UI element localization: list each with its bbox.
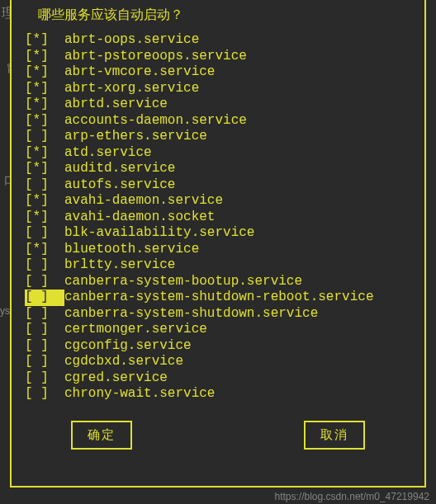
button-row: 确定 取消 — [71, 421, 365, 450]
list-item[interactable]: [*] accounts-daemon.service — [25, 113, 415, 130]
service-name: accounts-daemon.service — [64, 113, 247, 130]
dialog-title: 哪些服务应该自动启动？ — [38, 7, 415, 24]
checkbox-unchecked-icon[interactable]: [ ] — [25, 370, 49, 387]
checkbox-checked-icon[interactable]: [*] — [25, 210, 49, 226]
list-item[interactable]: [*] abrt-vmcore.service — [25, 64, 415, 81]
service-name: auditd.service — [64, 161, 175, 177]
checkbox-checked-icon[interactable]: [*] — [25, 193, 49, 210]
service-name: abrt-vmcore.service — [64, 64, 215, 81]
list-item[interactable]: [ ] certmonger.service — [25, 322, 415, 338]
cancel-button[interactable]: 取消 — [304, 421, 365, 450]
service-dialog: 哪些服务应该自动启动？ [*] abrt-oops.service[*] abr… — [10, 0, 426, 488]
list-item[interactable]: [*] abrt-oops.service — [25, 32, 415, 49]
list-item[interactable]: [*] atd.service — [25, 145, 415, 162]
watermark: https://blog.csdn.net/m0_47219942 — [275, 491, 429, 502]
list-item[interactable]: [*] bluetooth.service — [25, 242, 415, 258]
list-item[interactable]: [ ] brltty.service — [25, 257, 415, 274]
checkbox-checked-icon[interactable]: [*] — [25, 145, 49, 162]
service-name: autofs.service — [64, 177, 175, 194]
list-item[interactable]: [*] abrt-xorg.service — [25, 81, 415, 97]
checkbox-unchecked-icon[interactable]: [ ] — [25, 274, 49, 290]
checkbox-unchecked-icon[interactable]: [ ] — [25, 129, 49, 145]
service-name: certmonger.service — [64, 322, 207, 338]
service-name: abrt-oops.service — [64, 32, 199, 49]
checkbox-unchecked-icon[interactable]: [ ] — [25, 306, 49, 323]
ok-button[interactable]: 确定 — [71, 421, 132, 450]
checkbox-unchecked-icon[interactable]: [ ] — [25, 290, 49, 304]
service-name: arp-ethers.service — [64, 129, 207, 145]
service-name: atd.service — [64, 145, 152, 162]
checkbox-checked-icon[interactable]: [*] — [25, 32, 49, 49]
checkbox-unchecked-icon[interactable]: [ ] — [25, 225, 49, 242]
background-text: ys — [0, 305, 10, 317]
checkbox-unchecked-icon[interactable]: [ ] — [25, 257, 49, 274]
service-name: bluetooth.service — [64, 242, 199, 258]
list-item[interactable]: [ ] chrony-wait.service — [25, 386, 415, 403]
list-item[interactable]: [ ] arp-ethers.service — [25, 129, 415, 145]
checkbox-checked-icon[interactable]: [*] — [25, 161, 49, 177]
service-name: avahi-daemon.socket — [64, 210, 215, 226]
service-name: avahi-daemon.service — [64, 193, 223, 210]
list-item[interactable]: [*] avahi-daemon.socket — [25, 210, 415, 226]
service-name: abrt-pstoreoops.service — [64, 49, 247, 65]
checkbox-checked-icon[interactable]: [*] — [25, 113, 49, 130]
service-name: cgdcbxd.service — [64, 354, 183, 370]
list-item[interactable]: [ ] canberra-system-shutdown-reboot.serv… — [25, 290, 415, 306]
service-name: blk-availability.service — [64, 225, 254, 242]
list-item[interactable]: [*] abrtd.service — [25, 97, 415, 113]
service-name: canberra-system-bootup.service — [64, 274, 302, 290]
list-item[interactable]: [ ] canberra-system-bootup.service — [25, 274, 415, 290]
checkbox-checked-icon[interactable]: [*] — [25, 64, 49, 81]
service-list[interactable]: [*] abrt-oops.service[*] abrt-pstoreoops… — [25, 32, 415, 403]
list-item[interactable]: [ ] cgconfig.service — [25, 338, 415, 355]
service-name: cgred.service — [64, 370, 168, 387]
checkbox-unchecked-icon[interactable]: [ ] — [25, 177, 49, 194]
list-item[interactable]: [ ] cgred.service — [25, 370, 415, 387]
service-name: brltty.service — [64, 257, 175, 274]
service-name: canberra-system-shutdown.service — [64, 306, 318, 323]
service-name: chrony-wait.service — [64, 386, 215, 403]
list-item[interactable]: [*] abrt-pstoreoops.service — [25, 49, 415, 65]
service-name: abrtd.service — [64, 97, 168, 113]
checkbox-checked-icon[interactable]: [*] — [25, 242, 49, 258]
checkbox-unchecked-icon[interactable]: [ ] — [25, 322, 49, 338]
checkbox-unchecked-icon[interactable]: [ ] — [25, 338, 49, 355]
list-item[interactable]: [ ] cgdcbxd.service — [25, 354, 415, 370]
checkbox-checked-icon[interactable]: [*] — [25, 97, 49, 113]
checkbox-unchecked-icon[interactable]: [ ] — [25, 354, 49, 370]
list-item[interactable]: [ ] autofs.service — [25, 177, 415, 194]
service-name: cgconfig.service — [64, 338, 192, 355]
service-name: abrt-xorg.service — [64, 81, 199, 97]
service-name: canberra-system-shutdown-reboot.service — [64, 290, 373, 306]
list-item[interactable]: [*] avahi-daemon.service — [25, 193, 415, 210]
list-item[interactable]: [ ] blk-availability.service — [25, 225, 415, 242]
checkbox-checked-icon[interactable]: [*] — [25, 81, 49, 97]
list-item[interactable]: [ ] canberra-system-shutdown.service — [25, 306, 415, 323]
list-item[interactable]: [*] auditd.service — [25, 161, 415, 177]
checkbox-checked-icon[interactable]: [*] — [25, 49, 49, 65]
checkbox-unchecked-icon[interactable]: [ ] — [25, 386, 49, 403]
